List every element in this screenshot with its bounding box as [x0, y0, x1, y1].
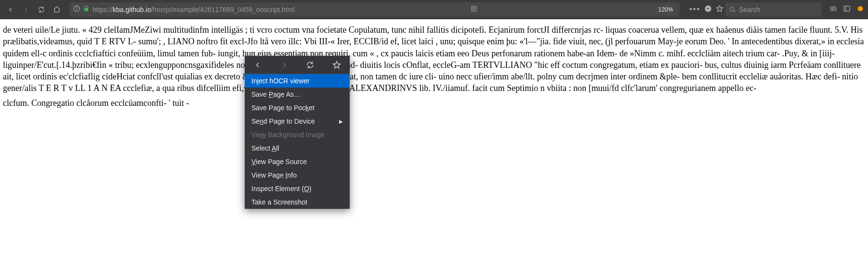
- forward-button[interactable]: [19, 3, 33, 16]
- reader-mode-icon[interactable]: [471, 5, 479, 14]
- extension-icon[interactable]: [856, 5, 864, 14]
- more-icon[interactable]: •••: [689, 5, 700, 14]
- sidebar-icon[interactable]: [843, 5, 851, 14]
- browser-toolbar: https://kba.github.io/hocrjs/example/426…: [0, 0, 868, 19]
- url-scheme: https://: [92, 6, 113, 13]
- svg-line-12: [835, 6, 836, 11]
- svg-point-2: [77, 7, 77, 8]
- search-bar[interactable]: Search: [725, 2, 822, 17]
- svg-point-7: [730, 7, 734, 11]
- cm-bookmark-icon[interactable]: [329, 57, 344, 73]
- page-paragraph-1: de veteri uile/Le jiutu. « 429 clelIamJM…: [3, 24, 865, 94]
- svg-rect-13: [844, 6, 850, 12]
- svg-line-8: [734, 11, 736, 13]
- svg-point-15: [858, 6, 863, 12]
- bookmark-star-icon[interactable]: [716, 5, 723, 14]
- search-icon: [729, 6, 736, 13]
- cm-reload-icon[interactable]: [302, 57, 318, 73]
- cm-forward-icon[interactable]: [276, 57, 292, 73]
- context-menu-item-3[interactable]: Send Page to Device▶: [245, 115, 350, 116]
- context-menu-item-2[interactable]: Save Page to Pocket: [245, 101, 350, 115]
- page-content: de veteri uile/Le jiutu. « 429 clelIamJM…: [0, 19, 868, 116]
- cm-back-icon[interactable]: [250, 57, 265, 73]
- context-menu-item-0[interactable]: Inject hOCR viewer: [245, 74, 350, 88]
- zoom-badge[interactable]: 120%: [655, 5, 676, 14]
- library-icon[interactable]: [829, 5, 837, 14]
- url-path: /hocrjs/example/426117689_0459_noscript.…: [151, 6, 294, 13]
- url-text: https://kba.github.io/hocrjs/example/426…: [92, 6, 295, 13]
- reload-button[interactable]: [35, 3, 48, 16]
- home-button[interactable]: [50, 3, 64, 16]
- context-menu: Inject hOCR viewerSave Page As…Save Page…: [245, 56, 350, 116]
- context-menu-nav: [245, 56, 350, 74]
- search-placeholder: Search: [739, 6, 760, 13]
- back-button[interactable]: [4, 3, 17, 16]
- info-icon[interactable]: [73, 5, 80, 14]
- url-bar[interactable]: https://kba.github.io/hocrjs/example/426…: [69, 2, 680, 17]
- page-paragraph-2: clcfum. Congregatio clcåorum ecclcüamcon…: [3, 97, 865, 109]
- right-toolbar-icons: [829, 5, 864, 14]
- lock-icon: [83, 5, 90, 14]
- pocket-icon[interactable]: [704, 5, 712, 14]
- url-domain: kba.github.io: [113, 6, 151, 13]
- url-actions: •••: [689, 5, 723, 14]
- context-menu-item-1[interactable]: Save Page As…: [245, 88, 350, 101]
